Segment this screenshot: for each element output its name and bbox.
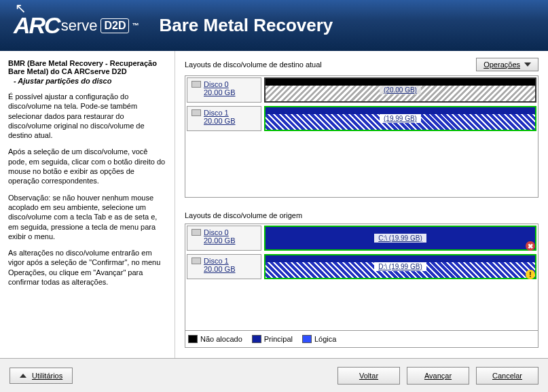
- sidebar-paragraph: É possível ajustar a configuração do dis…: [8, 92, 166, 140]
- destination-header-row: Layouts de disco/volume de destino atual…: [185, 58, 538, 71]
- disk-name: Disco 1: [204, 257, 229, 265]
- app-logo: ARC serve D2D ™: [14, 12, 139, 39]
- disk-icon: [191, 81, 201, 88]
- disk-icon: [191, 109, 201, 116]
- legend-item-logical: Lógica: [302, 335, 336, 343]
- disk-size: 20.00 GB: [204, 117, 257, 125]
- legend-label: Não alocado: [200, 335, 242, 343]
- warning-icon: !: [526, 270, 535, 279]
- legend-label: Lógica: [314, 335, 336, 343]
- utilities-label: Utilitários: [32, 372, 62, 380]
- source-panel-spacer: [185, 281, 538, 330]
- page-title: Bare Metal Recovery: [159, 15, 333, 36]
- sidebar-paragraph: Após a seleção de um disco/volume, você …: [8, 147, 166, 185]
- destination-disk-panel: Disco 0 20.00 GB (20.00 GB) Disco 1: [185, 75, 538, 198]
- disk-info[interactable]: Disco 0 20.00 GB: [187, 226, 261, 251]
- legend-label: Principal: [264, 335, 293, 343]
- legend-swatch-blue: [302, 335, 312, 343]
- legend-item-unallocated: Não alocado: [188, 335, 242, 343]
- content-area: Layouts de disco/volume de destino atual…: [175, 51, 548, 358]
- disk-icon: [191, 257, 201, 264]
- back-button[interactable]: Voltar: [337, 367, 400, 385]
- legend-item-primary: Principal: [252, 335, 293, 343]
- disk-icon: [191, 229, 201, 236]
- trademark-icon: ™: [132, 22, 139, 29]
- volume-size-label: (19.99 GB): [380, 114, 421, 123]
- disk-name: Disco 0: [204, 80, 229, 88]
- sidebar: BMR (Bare Metal Recovery - Recuperação B…: [0, 51, 175, 358]
- legend-swatch-black: [188, 335, 198, 343]
- sidebar-title: BMR (Bare Metal Recovery - Recuperação B…: [8, 59, 166, 75]
- volume-label: C:\ (19.99 GB): [374, 234, 426, 243]
- app-header: ARC serve D2D ™ Bare Metal Recovery: [0, 0, 548, 51]
- volume-type-band: [266, 107, 535, 114]
- disk-row[interactable]: Disco 1 20.00 GB (19.99 GB): [185, 105, 538, 133]
- volume-size-label: (20.00 GB): [380, 86, 421, 94]
- volume-bar-logical[interactable]: D:\ (19.99 GB): [264, 254, 536, 279]
- disk-size: 20.00 GB: [204, 265, 257, 273]
- logo-arc-text: ARC: [14, 12, 60, 39]
- cancel-button[interactable]: Cancelar: [476, 367, 538, 385]
- legend-swatch-navy: [252, 335, 261, 343]
- destination-label: Layouts de disco/volume de destino atual: [185, 60, 322, 69]
- error-icon: ✖: [526, 241, 535, 251]
- disk-row[interactable]: Disco 1 20.00 GB D:\ (19.99 GB) !: [185, 253, 538, 281]
- volume-bar-primary[interactable]: C:\ (19.99 GB): [264, 226, 536, 251]
- operations-button[interactable]: Operações: [476, 58, 538, 71]
- disk-info[interactable]: Disco 1 20.00 GB: [187, 106, 261, 131]
- volume-area[interactable]: (20.00 GB): [263, 76, 538, 104]
- source-disk-panel: Disco 0 20.00 GB C:\ (19.99 GB) ✖ Disco …: [185, 224, 538, 348]
- sidebar-subtitle: - Ajustar partições do disco: [8, 77, 166, 85]
- source-header-row: Layouts de disco/volume de origem: [185, 211, 538, 219]
- source-label: Layouts de disco/volume de origem: [185, 211, 302, 219]
- volume-bar-logical[interactable]: (19.99 GB): [264, 106, 536, 131]
- disk-size: 20.00 GB: [204, 236, 257, 245]
- disk-row[interactable]: Disco 0 20.00 GB (20.00 GB): [185, 76, 538, 105]
- disk-info[interactable]: Disco 0 20.00 GB: [187, 77, 261, 103]
- volume-area[interactable]: D:\ (19.99 GB) !: [263, 253, 538, 281]
- sidebar-paragraph: Observação: se não houver nenhum mouse a…: [8, 193, 166, 241]
- volume-type-band: [266, 255, 535, 262]
- disk-name: Disco 1: [204, 109, 229, 117]
- disk-size: 20.00 GB: [204, 88, 257, 96]
- volume-label: D:\ (19.99 GB): [374, 262, 426, 271]
- chevron-up-icon: [20, 374, 26, 378]
- volume-bar-unallocated[interactable]: (20.00 GB): [264, 77, 536, 103]
- chevron-down-icon: [524, 63, 531, 67]
- utilities-button[interactable]: Utilitários: [10, 368, 73, 384]
- next-button[interactable]: Avançar: [407, 367, 469, 385]
- logo-serve-text: serve: [61, 17, 98, 35]
- volume-area[interactable]: (19.99 GB): [263, 105, 538, 132]
- operations-button-label: Operações: [483, 60, 520, 69]
- footer-nav: Voltar Avançar Cancelar: [337, 367, 538, 385]
- main-area: BMR (Bare Metal Recovery - Recuperação B…: [0, 51, 548, 358]
- disk-info[interactable]: Disco 1 20.00 GB: [187, 254, 261, 279]
- disk-row[interactable]: Disco 0 20.00 GB C:\ (19.99 GB) ✖: [185, 224, 538, 253]
- footer: Utilitários Voltar Avançar Cancelar: [0, 358, 548, 392]
- disk-name: Disco 0: [204, 228, 229, 236]
- sidebar-paragraph: As alterações no disco/volume entrarão e…: [8, 248, 166, 287]
- volume-area[interactable]: C:\ (19.99 GB) ✖: [263, 224, 538, 252]
- legend: Não alocado Principal Lógica: [185, 330, 538, 347]
- volume-type-band: [266, 79, 535, 86]
- logo-d2d-text: D2D: [101, 18, 129, 33]
